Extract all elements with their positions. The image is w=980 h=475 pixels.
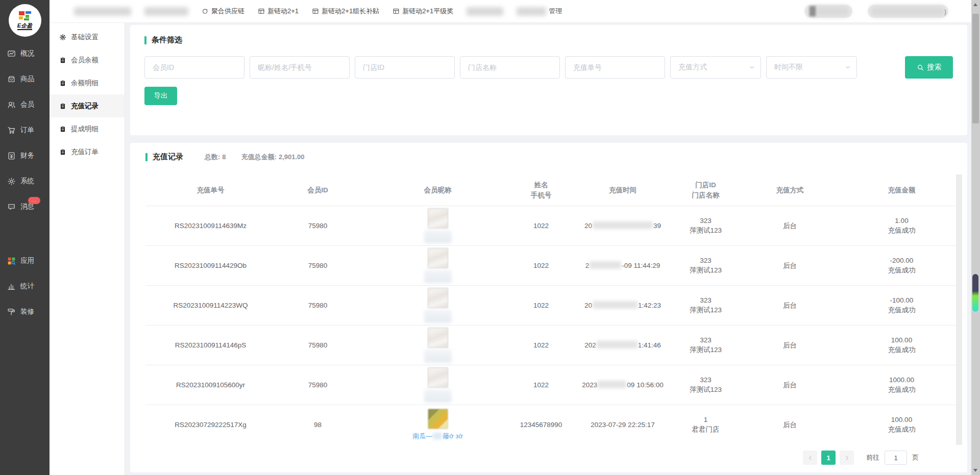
brand-logo[interactable]: E企盈	[9, 4, 41, 37]
blurred-nickname	[424, 310, 452, 323]
search-icon	[917, 64, 924, 71]
filter-title-text: 条件筛选	[152, 35, 182, 45]
topnav-item-new-chain-2plus1-peer-reward[interactable]: 新链动2+1平级奖	[393, 7, 453, 16]
finance-icon	[7, 152, 16, 160]
topnav-item-blurred[interactable]	[144, 7, 188, 16]
form-icon	[258, 8, 265, 15]
chevron-down-icon	[844, 64, 851, 71]
message-badge: ...	[28, 197, 40, 204]
submenu-item-balance-detail[interactable]: 余额明细	[50, 71, 125, 94]
table-row: RS20231009114223WQ759801022201:42:23323萍…	[145, 285, 956, 325]
sidebar-item-orders[interactable]: 订单	[0, 117, 50, 143]
store-cell: 323萍测试123	[679, 365, 732, 405]
topbar-user-pill-1[interactable]	[804, 5, 852, 18]
blurred-text	[593, 221, 653, 229]
filter-input-member-id[interactable]	[144, 56, 244, 79]
page-number-button[interactable]: 1	[821, 451, 836, 465]
member-avatar	[428, 409, 448, 429]
topnav-item-aggregate-supply-chain[interactable]: 聚合供应链	[202, 7, 244, 16]
column-header: 姓名手机号	[516, 175, 567, 206]
topnav-item-management[interactable]: 管理	[517, 7, 562, 16]
member-nickname-cell	[360, 245, 516, 285]
blurred-nickname	[424, 389, 452, 403]
scrollbar-thumb[interactable]	[972, 14, 979, 123]
member-nickname-cell: 南瓜—藤ớ зờ	[360, 405, 516, 444]
sidebar-item-decorate[interactable]: 装修	[0, 299, 50, 324]
brand-logo-text: E企盈	[17, 22, 32, 30]
filter-input-recharge-order-no[interactable]	[565, 56, 665, 79]
sidebar-item-label: 应用	[20, 256, 34, 265]
sidebar-item-apps[interactable]: 应用	[0, 248, 50, 273]
filter-input-nickname-name-phone[interactable]	[250, 56, 350, 79]
sidebar-item-messages[interactable]: 消息...	[0, 194, 50, 219]
sidebar-item-system[interactable]: 系统	[0, 168, 50, 194]
sidebar-item-label: 财务	[20, 151, 34, 160]
goto-page-input[interactable]	[885, 451, 907, 465]
sidebar-item-overview[interactable]: 概况	[0, 41, 50, 66]
select-placeholder: 时间不限	[774, 63, 803, 72]
blurred-text	[598, 381, 626, 388]
filter-input-store-id[interactable]	[355, 56, 455, 79]
scroll-down-arrow-icon[interactable]	[973, 469, 977, 472]
sidebar-item-members[interactable]: 会员	[0, 92, 50, 117]
page-scrollbar[interactable]	[971, 0, 980, 475]
topnav-item-new-chain-2plus1[interactable]: 新链动2+1	[258, 7, 299, 16]
prev-page-button[interactable]	[803, 451, 817, 465]
topnav-item-new-chain-2plus1-leader-subsidy[interactable]: 新链动2+1组长补贴	[312, 7, 379, 16]
filter-select-recharge-method[interactable]: 充值方式	[670, 56, 761, 79]
filter-input-store-name[interactable]	[460, 56, 560, 79]
total-label: 总数:	[205, 153, 220, 161]
blurred-text	[517, 7, 546, 16]
time-text: 39	[653, 222, 661, 230]
product-icon	[7, 75, 16, 84]
sidebar-item-statistics[interactable]: 统计	[0, 273, 50, 299]
next-page-button[interactable]	[840, 451, 854, 465]
recharge-amount-cell: -100.00充值成功	[847, 285, 956, 325]
sidebar-item-label: 统计	[20, 282, 34, 291]
table-body: RS20231009114639Mz7598010222039323萍测试123…	[145, 206, 956, 444]
main-content: 条件筛选 充值方式时间不限搜索 导出 充值记录 总数:8 充值总金额:2,901…	[125, 23, 980, 475]
store-cell: 323萍测试123	[679, 245, 732, 285]
blurred-text	[590, 261, 621, 269]
store-cell: 1君君门店	[679, 405, 732, 444]
sidebar-item-label: 装修	[20, 307, 34, 316]
clipboard-icon	[59, 57, 66, 64]
store-cell: 323萍测试123	[679, 325, 732, 365]
submenu-item-label: 余额明细	[71, 79, 99, 88]
table-header-row: 充值单号会员ID会员昵称姓名手机号充值时间门店ID门店名称充值方式充值金额	[145, 175, 956, 206]
filter-row: 充值方式时间不限搜索	[144, 56, 953, 79]
recharge-method-cell: 后台	[732, 365, 847, 405]
store-cell: 323萍测试123	[679, 206, 732, 245]
blurred-text	[144, 7, 188, 16]
clipboard-icon	[59, 80, 66, 87]
recharge-time-cell: 202309 10:56:00	[567, 365, 679, 405]
name-phone-cell: 1022	[516, 325, 567, 365]
column-header: 充值金额	[847, 175, 956, 206]
submenu-item-basic-settings[interactable]: 基础设置	[50, 26, 125, 48]
scroll-up-arrow-icon[interactable]	[973, 3, 977, 6]
search-button[interactable]: 搜索	[905, 56, 953, 79]
filter-select-time-range[interactable]: 时间不限	[766, 56, 857, 79]
filter-section-title: 条件筛选	[144, 35, 182, 45]
recharge-order-no-cell: RS20231009114639Mz	[145, 206, 276, 245]
topnav-item-blurred[interactable]	[467, 7, 503, 16]
topnav-item-blurred[interactable]	[74, 7, 131, 16]
sidebar-item-label: 会员	[20, 100, 34, 109]
export-button[interactable]: 导出	[144, 87, 177, 105]
sub-sidebar: 基础设置会员余额余额明细充值记录提成明细充值订单	[50, 23, 125, 475]
submenu-item-commission-detail[interactable]: 提成明细	[50, 117, 125, 140]
topbar: 聚合供应链新链动2+1新链动2+1组长补贴新链动2+1平级奖管理 )	[50, 0, 980, 23]
chevron-down-icon	[748, 64, 755, 71]
submenu-item-member-balance[interactable]: 会员余额	[50, 48, 125, 71]
sidebar-item-finance[interactable]: 财务	[0, 143, 50, 168]
gear-icon	[59, 34, 66, 41]
apps-icon	[7, 257, 16, 265]
sidebar-item-products[interactable]: 商品	[0, 66, 50, 92]
topnav-items: 聚合供应链新链动2+1新链动2+1组长补贴新链动2+1平级奖管理	[50, 7, 562, 16]
topbar-user-pill-2[interactable]: )	[868, 5, 948, 18]
submenu-item-recharge-orders[interactable]: 充值订单	[50, 140, 125, 163]
submenu-item-recharge-records[interactable]: 充值记录	[50, 94, 125, 117]
sidebar-item-label: 系统	[20, 177, 34, 186]
member-nickname-link[interactable]: 南瓜—藤ớ зờ	[360, 431, 516, 441]
column-header: 门店ID门店名称	[679, 175, 732, 206]
